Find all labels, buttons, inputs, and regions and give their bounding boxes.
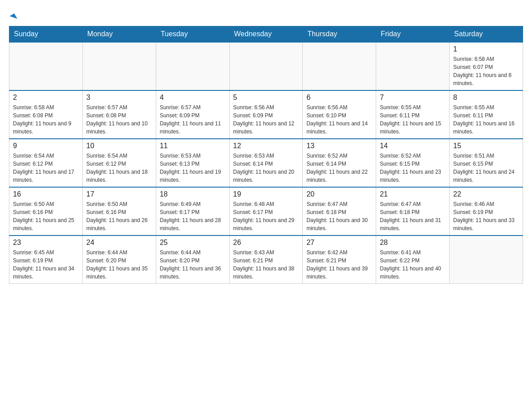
weekday-header: Monday	[82, 26, 156, 43]
day-detail: Sunrise: 6:41 AMSunset: 6:22 PMDaylight:…	[380, 248, 446, 281]
calendar-day-cell: 10Sunrise: 6:54 AMSunset: 6:12 PMDayligh…	[82, 139, 156, 187]
day-detail: Sunrise: 6:56 AMSunset: 6:09 PMDaylight:…	[233, 103, 299, 136]
calendar-day-cell	[376, 42, 450, 90]
calendar-week-row: 9Sunrise: 6:54 AMSunset: 6:12 PMDaylight…	[9, 139, 523, 187]
calendar-day-cell: 3Sunrise: 6:57 AMSunset: 6:08 PMDaylight…	[82, 90, 156, 139]
day-number: 23	[13, 239, 79, 247]
calendar-day-cell: 2Sunrise: 6:58 AMSunset: 6:08 PMDaylight…	[9, 90, 83, 139]
calendar-day-cell	[9, 42, 83, 90]
day-detail: Sunrise: 6:55 AMSunset: 6:11 PMDaylight:…	[453, 103, 519, 136]
day-number: 21	[380, 190, 446, 198]
day-detail: Sunrise: 6:52 AMSunset: 6:14 PMDaylight:…	[306, 152, 372, 184]
day-number: 19	[233, 190, 299, 198]
day-detail: Sunrise: 6:54 AMSunset: 6:12 PMDaylight:…	[86, 152, 152, 184]
day-number: 12	[233, 142, 299, 150]
day-number: 3	[86, 94, 152, 102]
day-number: 9	[13, 142, 79, 150]
day-detail: Sunrise: 6:51 AMSunset: 6:15 PMDaylight:…	[453, 152, 519, 184]
day-detail: Sunrise: 6:47 AMSunset: 6:18 PMDaylight:…	[380, 200, 446, 232]
calendar-day-cell: 13Sunrise: 6:52 AMSunset: 6:14 PMDayligh…	[303, 139, 376, 187]
day-number: 26	[233, 239, 299, 247]
calendar-day-cell: 7Sunrise: 6:55 AMSunset: 6:11 PMDaylight…	[376, 90, 450, 139]
day-number: 17	[86, 190, 152, 198]
day-number: 27	[306, 239, 372, 247]
day-number: 6	[306, 94, 372, 102]
weekday-header: Friday	[376, 26, 450, 43]
calendar-table: SundayMondayTuesdayWednesdayThursdayFrid…	[9, 26, 523, 284]
logo	[9, 9, 16, 21]
day-number: 1	[453, 45, 519, 53]
calendar-week-row: 16Sunrise: 6:50 AMSunset: 6:16 PMDayligh…	[9, 187, 523, 235]
calendar-day-cell: 17Sunrise: 6:50 AMSunset: 6:16 PMDayligh…	[82, 187, 156, 235]
calendar-day-cell: 11Sunrise: 6:53 AMSunset: 6:13 PMDayligh…	[156, 139, 229, 187]
weekday-header: Saturday	[450, 26, 523, 43]
day-detail: Sunrise: 6:56 AMSunset: 6:10 PMDaylight:…	[306, 103, 372, 136]
day-detail: Sunrise: 6:48 AMSunset: 6:17 PMDaylight:…	[233, 200, 299, 232]
calendar-day-cell: 14Sunrise: 6:52 AMSunset: 6:15 PMDayligh…	[376, 139, 450, 187]
calendar-day-cell: 25Sunrise: 6:44 AMSunset: 6:20 PMDayligh…	[156, 235, 229, 284]
calendar-day-cell	[229, 42, 303, 90]
calendar-day-cell: 4Sunrise: 6:57 AMSunset: 6:09 PMDaylight…	[156, 90, 229, 139]
calendar-week-row: 23Sunrise: 6:45 AMSunset: 6:19 PMDayligh…	[9, 235, 523, 284]
day-number: 24	[86, 239, 152, 247]
day-number: 14	[380, 142, 446, 150]
day-detail: Sunrise: 6:49 AMSunset: 6:17 PMDaylight:…	[160, 200, 226, 232]
day-detail: Sunrise: 6:57 AMSunset: 6:09 PMDaylight:…	[160, 103, 226, 136]
calendar-header-row: SundayMondayTuesdayWednesdayThursdayFrid…	[9, 26, 523, 43]
day-number: 4	[160, 94, 226, 102]
day-detail: Sunrise: 6:57 AMSunset: 6:08 PMDaylight:…	[86, 103, 152, 136]
day-detail: Sunrise: 6:50 AMSunset: 6:16 PMDaylight:…	[13, 200, 79, 232]
day-number: 22	[453, 190, 519, 198]
day-number: 13	[306, 142, 372, 150]
weekday-header: Tuesday	[156, 26, 229, 43]
weekday-header: Wednesday	[229, 26, 303, 43]
day-detail: Sunrise: 6:54 AMSunset: 6:12 PMDaylight:…	[13, 152, 79, 184]
calendar-day-cell: 8Sunrise: 6:55 AMSunset: 6:11 PMDaylight…	[450, 90, 523, 139]
calendar-week-row: 2Sunrise: 6:58 AMSunset: 6:08 PMDaylight…	[9, 90, 523, 139]
day-detail: Sunrise: 6:46 AMSunset: 6:19 PMDaylight:…	[453, 200, 519, 232]
day-detail: Sunrise: 6:52 AMSunset: 6:15 PMDaylight:…	[380, 152, 446, 184]
day-number: 25	[160, 239, 226, 247]
calendar-day-cell: 27Sunrise: 6:42 AMSunset: 6:21 PMDayligh…	[303, 235, 376, 284]
day-detail: Sunrise: 6:53 AMSunset: 6:14 PMDaylight:…	[233, 152, 299, 184]
calendar-day-cell: 15Sunrise: 6:51 AMSunset: 6:15 PMDayligh…	[450, 139, 523, 187]
day-number: 11	[160, 142, 226, 150]
calendar-day-cell: 18Sunrise: 6:49 AMSunset: 6:17 PMDayligh…	[156, 187, 229, 235]
calendar-day-cell: 1Sunrise: 6:58 AMSunset: 6:07 PMDaylight…	[450, 42, 523, 90]
calendar-day-cell: 16Sunrise: 6:50 AMSunset: 6:16 PMDayligh…	[9, 187, 83, 235]
calendar-day-cell: 9Sunrise: 6:54 AMSunset: 6:12 PMDaylight…	[9, 139, 83, 187]
calendar-day-cell: 6Sunrise: 6:56 AMSunset: 6:10 PMDaylight…	[303, 90, 376, 139]
day-detail: Sunrise: 6:44 AMSunset: 6:20 PMDaylight:…	[160, 248, 226, 281]
day-detail: Sunrise: 6:58 AMSunset: 6:08 PMDaylight:…	[13, 103, 79, 136]
page-header	[9, 9, 523, 21]
day-number: 10	[86, 142, 152, 150]
day-detail: Sunrise: 6:50 AMSunset: 6:16 PMDaylight:…	[86, 200, 152, 232]
day-number: 5	[233, 94, 299, 102]
calendar-day-cell	[303, 42, 376, 90]
day-detail: Sunrise: 6:43 AMSunset: 6:21 PMDaylight:…	[233, 248, 299, 281]
day-detail: Sunrise: 6:55 AMSunset: 6:11 PMDaylight:…	[380, 103, 446, 136]
day-detail: Sunrise: 6:53 AMSunset: 6:13 PMDaylight:…	[160, 152, 226, 184]
day-number: 28	[380, 239, 446, 247]
day-detail: Sunrise: 6:47 AMSunset: 6:18 PMDaylight:…	[306, 200, 372, 232]
logo-top-line	[9, 9, 16, 21]
day-detail: Sunrise: 6:44 AMSunset: 6:20 PMDaylight:…	[86, 248, 152, 281]
weekday-header: Thursday	[303, 26, 376, 43]
day-number: 8	[453, 94, 519, 102]
day-number: 2	[13, 94, 79, 102]
day-detail: Sunrise: 6:58 AMSunset: 6:07 PMDaylight:…	[453, 55, 519, 87]
calendar-day-cell: 21Sunrise: 6:47 AMSunset: 6:18 PMDayligh…	[376, 187, 450, 235]
day-number: 20	[306, 190, 372, 198]
calendar-day-cell: 5Sunrise: 6:56 AMSunset: 6:09 PMDaylight…	[229, 90, 303, 139]
day-detail: Sunrise: 6:42 AMSunset: 6:21 PMDaylight:…	[306, 248, 372, 281]
logo-arrow-icon	[9, 13, 17, 21]
calendar-day-cell: 24Sunrise: 6:44 AMSunset: 6:20 PMDayligh…	[82, 235, 156, 284]
day-detail: Sunrise: 6:45 AMSunset: 6:19 PMDaylight:…	[13, 248, 79, 281]
weekday-header: Sunday	[9, 26, 83, 43]
calendar-day-cell	[450, 235, 523, 284]
calendar-day-cell: 23Sunrise: 6:45 AMSunset: 6:19 PMDayligh…	[9, 235, 83, 284]
calendar-day-cell: 19Sunrise: 6:48 AMSunset: 6:17 PMDayligh…	[229, 187, 303, 235]
calendar-day-cell: 12Sunrise: 6:53 AMSunset: 6:14 PMDayligh…	[229, 139, 303, 187]
calendar-day-cell	[156, 42, 229, 90]
day-number: 18	[160, 190, 226, 198]
